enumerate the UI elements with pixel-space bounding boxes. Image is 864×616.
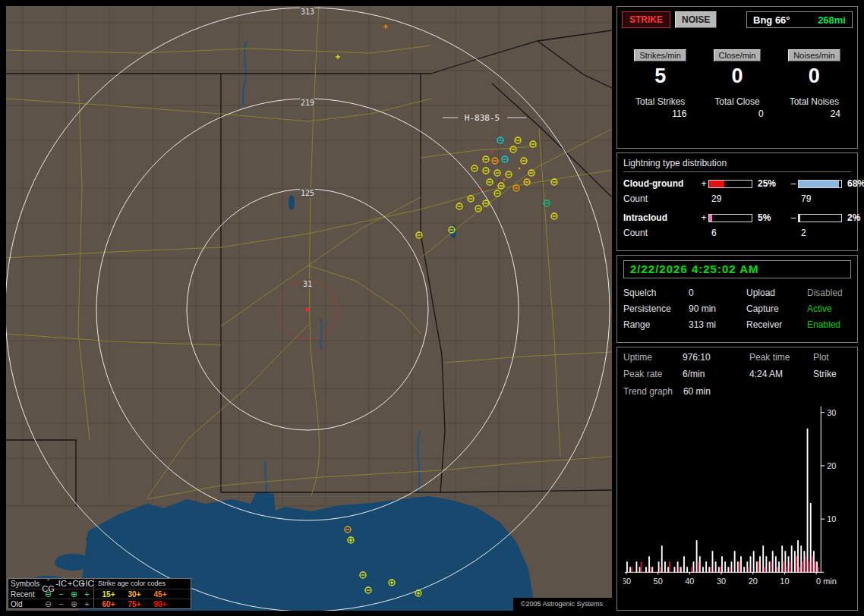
trend-bar — [679, 567, 680, 572]
receiver-location-marker — [306, 308, 310, 312]
lightning-map[interactable]: H-838-5 31321912531 Symbols -CG -IC +CG … — [6, 6, 612, 611]
close-per-min-button[interactable]: Close/min — [714, 49, 762, 61]
circle-plus-icon: ⊕ — [68, 599, 80, 609]
trend-bar — [762, 545, 764, 572]
minus-sign: – — [789, 178, 798, 189]
legend-col-neg-ic: -IC — [55, 579, 68, 589]
trend-bar — [631, 567, 632, 572]
copyright-notice: ©2005 Astrogenic Systems — [513, 598, 612, 611]
map-legend: Symbols -CG -IC +CG +IC Strike age color… — [8, 578, 191, 609]
receiver-status: Enabled — [807, 319, 851, 330]
trend-bar — [712, 551, 714, 572]
bearing-readout: Bng 66° 268mi — [746, 11, 853, 28]
trend-bar — [764, 567, 765, 572]
trend-bar — [648, 556, 650, 572]
plus-icon: + — [80, 589, 93, 599]
noise-mode-button[interactable]: NOISE — [675, 11, 717, 28]
strike-marker — [481, 188, 482, 190]
intracloud-row: Intracloud + 5% – 2% — [623, 210, 851, 225]
y-tick-label: 20 — [827, 461, 836, 470]
peak-rate-value: 6/min — [683, 369, 749, 379]
trend-bar — [765, 556, 767, 572]
x-tick-label: 20 — [749, 577, 758, 586]
trend-bar — [715, 561, 717, 572]
legend-old-row: Old ⊖ − ⊕ + 60+ 75+ 90+ — [8, 599, 191, 608]
strike-marker — [519, 168, 520, 169]
trend-bar — [799, 567, 800, 572]
trend-bar — [739, 561, 740, 572]
trend-bar — [809, 561, 810, 572]
trend-bar — [791, 545, 793, 572]
strike-marker — [491, 151, 493, 152]
map-canvas: H-838-5 31321912531 — [6, 6, 612, 611]
intracloud-count-row: Count 6 2 — [623, 225, 851, 240]
trend-bar — [746, 561, 748, 572]
x-tick-label: 50 — [654, 577, 663, 586]
trend-bar — [796, 556, 797, 572]
strikes-per-min-button[interactable]: Strikes/min — [634, 49, 686, 61]
trend-bar — [667, 567, 669, 572]
range-label: Range — [623, 319, 689, 330]
peak-time-value: 4:24 AM — [749, 369, 813, 379]
trend-graph: 1020306050403020100 min — [623, 400, 851, 592]
ring-label-125: 125 — [301, 189, 314, 197]
bearing-label: Bng 66° — [753, 14, 790, 26]
plus-sign: + — [699, 212, 708, 223]
trend-bar — [734, 551, 736, 572]
trend-bar — [664, 561, 666, 572]
minus-icon: − — [55, 599, 68, 609]
trend-bar — [740, 556, 742, 572]
storm-cell-label: H-838-5 — [465, 113, 500, 123]
noises-per-min-button[interactable]: Noises/min — [788, 49, 840, 61]
status-grid: Squelch 0 Upload Disabled Persistence 90… — [623, 288, 851, 330]
x-tick-label: 30 — [717, 577, 726, 586]
circle-minus-icon: ⊖ — [42, 589, 55, 599]
trend-bar — [693, 561, 695, 572]
capture-status: Active — [807, 303, 851, 314]
trend-bar — [759, 556, 761, 572]
ring-label-31: 31 — [303, 280, 312, 288]
range-value: 313 mi — [689, 319, 746, 330]
distribution-title: Lightning type distribution — [623, 158, 851, 172]
trend-bar — [729, 567, 730, 572]
trend-bar — [658, 561, 660, 572]
stats-grid: Uptime 976:10 Peak time Plot Peak rate 6… — [623, 352, 851, 379]
legend-symbols-title: Symbols — [8, 579, 42, 589]
trend-bar — [724, 561, 726, 572]
cloud-ground-count-row: Count 29 79 — [623, 191, 851, 206]
trend-bar — [629, 567, 631, 572]
plot-label: Plot — [813, 352, 851, 363]
y-tick-label: 30 — [827, 408, 836, 417]
trend-bar — [783, 561, 784, 572]
trend-bar — [639, 567, 641, 572]
trend-bar — [802, 561, 803, 572]
bearing-distance: 268mi — [818, 14, 846, 26]
squelch-label: Squelch — [623, 288, 689, 298]
trend-bar — [771, 561, 772, 572]
receiver-label: Receiver — [746, 319, 807, 330]
plus-sign: + — [699, 178, 708, 189]
trend-bar — [818, 567, 819, 572]
peak-rate-label: Peak rate — [623, 369, 683, 379]
peak-time-label: Peak time — [749, 352, 813, 363]
trend-bar — [651, 567, 653, 572]
trend-bar — [784, 551, 786, 572]
trend-bar — [708, 567, 710, 572]
trend-bar — [772, 551, 774, 572]
plot-value: Strike — [813, 369, 851, 379]
circle-minus-icon: ⊖ — [42, 599, 55, 609]
status-section: 2/22/2026 4:25:02 AM Squelch 0 Upload Di… — [616, 255, 858, 343]
trend-bar — [650, 567, 651, 572]
ic-minus-count: 2 — [798, 228, 844, 238]
trend-bar — [718, 567, 720, 572]
mode-toolbar: STRIKE NOISE Bng 66° 268mi — [622, 11, 853, 28]
trend-bar — [683, 556, 685, 572]
trend-bar — [807, 429, 809, 573]
trend-bar — [758, 561, 759, 572]
trend-section: Uptime 976:10 Peak time Plot Peak rate 6… — [616, 347, 858, 611]
ring-label-313: 313 — [301, 8, 314, 16]
strike-mode-button[interactable]: STRIKE — [622, 11, 670, 28]
trend-bar — [806, 556, 807, 572]
total-close-value: 0 — [698, 108, 775, 119]
trend-graph-header: Trend graph 60 min — [623, 386, 851, 397]
